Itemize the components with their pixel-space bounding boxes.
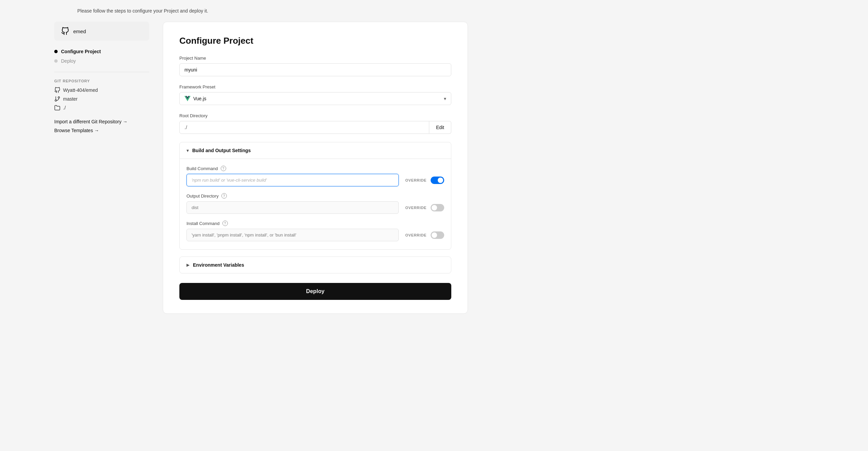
git-dir-item: ./ (54, 105, 149, 111)
step-deploy: Deploy (54, 58, 149, 64)
output-override-slider (431, 204, 444, 211)
git-info-list: Wyatt-404/emed master ./ (54, 87, 149, 111)
git-branch-item: master (54, 96, 149, 102)
framework-preset-value: Vue.js (193, 96, 206, 101)
output-directory-label: Output Directory ? (186, 193, 444, 199)
deploy-button[interactable]: Deploy (179, 283, 451, 300)
build-command-help-icon[interactable]: ? (221, 166, 226, 171)
install-command-input[interactable] (186, 229, 399, 241)
chevron-down-icon: ▾ (444, 96, 446, 101)
install-cmd-help-icon[interactable]: ? (222, 221, 228, 226)
root-directory-wrapper: Edit (179, 121, 451, 134)
env-variables-title: Environment Variables (193, 262, 244, 268)
step-dot-inactive (54, 59, 58, 63)
output-directory-field: Output Directory ? OVERRIDE (186, 193, 444, 214)
install-command-row: OVERRIDE (186, 229, 444, 241)
edit-root-dir-button[interactable]: Edit (429, 121, 451, 134)
git-branch-name: master (63, 96, 78, 102)
branch-icon (54, 96, 60, 102)
install-override-slider (431, 231, 444, 239)
sidebar-links: Import a different Git Repository → Brow… (54, 119, 149, 133)
step-dot-active (54, 50, 58, 53)
project-name-input[interactable] (179, 63, 451, 76)
step-deploy-label: Deploy (61, 58, 76, 64)
install-command-field: Install Command ? OVERRIDE (186, 221, 444, 241)
framework-preset-field: Framework Preset Vue.js ▾ (179, 84, 451, 105)
sidebar-divider (54, 72, 149, 72)
install-command-label: Install Command ? (186, 221, 444, 226)
build-override-toggle[interactable] (431, 177, 444, 184)
git-repo-item: Wyatt-404/emed (54, 87, 149, 93)
folder-icon (54, 105, 60, 111)
framework-preset-select[interactable]: Vue.js ▾ (179, 92, 451, 105)
project-name-field: Project Name (179, 56, 451, 76)
git-section-title: GIT REPOSITORY (54, 79, 149, 83)
step-configure-label: Configure Project (61, 49, 101, 54)
step-configure: Configure Project (54, 49, 149, 54)
import-git-link[interactable]: Import a different Git Repository → (54, 119, 149, 124)
root-directory-input[interactable] (179, 121, 429, 134)
root-directory-field: Root Directory Edit (179, 113, 451, 134)
install-override-toggle[interactable] (431, 231, 444, 239)
build-command-row: OVERRIDE (186, 174, 444, 186)
build-override-label: OVERRIDE (403, 178, 427, 182)
root-directory-label: Root Directory (179, 113, 451, 118)
output-override-label: OVERRIDE (403, 206, 427, 210)
output-dir-help-icon[interactable]: ? (221, 193, 227, 199)
build-command-input[interactable] (186, 174, 399, 186)
framework-preset-label: Framework Preset (179, 84, 451, 89)
build-output-section-header[interactable]: ▾ Build and Output Settings (180, 142, 451, 159)
output-override-toggle[interactable] (431, 204, 444, 211)
chevron-down-icon: ▾ (186, 148, 189, 153)
repo-card-name: emed (73, 28, 86, 34)
page-description: Please follow the steps to configure you… (0, 8, 868, 22)
steps-list: Configure Project Deploy (54, 49, 149, 64)
build-override-slider (431, 177, 444, 184)
page-title: Configure Project (179, 36, 451, 46)
build-output-section-title: Build and Output Settings (192, 148, 251, 153)
build-command-field: Build Command ? OVERRIDE (186, 166, 444, 186)
env-variables-section: ▶ Environment Variables (179, 257, 451, 273)
build-output-section: ▾ Build and Output Settings Build Comman… (179, 142, 451, 250)
browse-templates-link[interactable]: Browse Templates → (54, 128, 149, 133)
install-override-label: OVERRIDE (403, 233, 427, 237)
output-directory-row: OVERRIDE (186, 201, 444, 214)
build-output-section-body: Build Command ? OVERRIDE (180, 159, 451, 249)
output-directory-input[interactable] (186, 201, 399, 214)
repo-card: emed (54, 22, 149, 41)
sidebar: emed Configure Project Deploy GIT REPOSI… (54, 22, 163, 133)
env-variables-header[interactable]: ▶ Environment Variables (180, 257, 451, 273)
chevron-right-icon: ▶ (186, 263, 190, 267)
git-repo-name: Wyatt-404/emed (63, 87, 98, 93)
build-command-label: Build Command ? (186, 166, 444, 171)
project-name-label: Project Name (179, 56, 451, 61)
github-icon (61, 27, 69, 35)
vue-logo-icon (184, 96, 191, 101)
github-small-icon (54, 87, 60, 93)
git-dir-value: ./ (63, 105, 66, 110)
configure-project-panel: Configure Project Project Name Framework… (163, 22, 468, 314)
